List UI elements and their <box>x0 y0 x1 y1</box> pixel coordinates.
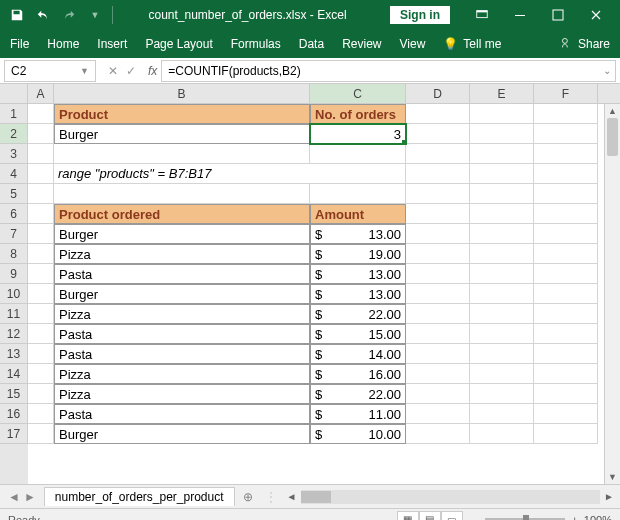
cell-amount[interactable]: $13.00 <box>310 284 406 304</box>
cell[interactable] <box>310 144 406 164</box>
cell[interactable] <box>534 144 598 164</box>
cell[interactable] <box>406 184 470 204</box>
cell[interactable] <box>534 204 598 224</box>
tab-view[interactable]: View <box>400 37 426 51</box>
cell-product[interactable]: Pizza <box>54 244 310 264</box>
cells-area[interactable]: Product No. of orders Burger 3 <box>28 104 604 484</box>
cell[interactable] <box>406 204 470 224</box>
view-normal-button[interactable]: ▦ <box>397 511 419 521</box>
maximize-button[interactable] <box>540 1 576 29</box>
cell[interactable] <box>28 424 54 444</box>
cell[interactable] <box>534 424 598 444</box>
cell-amount[interactable]: $19.00 <box>310 244 406 264</box>
fx-button[interactable]: fx <box>144 64 161 78</box>
zoom-level[interactable]: 100% <box>584 514 612 521</box>
cell[interactable] <box>470 424 534 444</box>
cell-product[interactable]: Pasta <box>54 404 310 424</box>
close-button[interactable] <box>578 1 614 29</box>
cell[interactable] <box>406 104 470 124</box>
tab-review[interactable]: Review <box>342 37 381 51</box>
cell[interactable] <box>28 304 54 324</box>
formula-input[interactable]: =COUNTIF(products,B2) ⌄ <box>161 60 616 82</box>
scroll-up-icon[interactable]: ▲ <box>605 104 620 118</box>
cell[interactable] <box>406 364 470 384</box>
sheet-nav-prev[interactable]: ◄ <box>8 490 20 504</box>
cell-amount[interactable]: $22.00 <box>310 384 406 404</box>
row-header[interactable]: 3 <box>0 144 28 164</box>
cell[interactable] <box>534 404 598 424</box>
vertical-scrollbar[interactable]: ▲ ▼ <box>604 104 620 484</box>
cell[interactable] <box>470 304 534 324</box>
cell[interactable] <box>28 244 54 264</box>
row-header[interactable]: 11 <box>0 304 28 324</box>
cell[interactable] <box>28 144 54 164</box>
enter-formula-button[interactable]: ✓ <box>126 64 136 78</box>
hscroll-thumb[interactable] <box>301 491 331 503</box>
cell[interactable] <box>470 144 534 164</box>
cell[interactable] <box>310 164 406 184</box>
cell-product[interactable]: Pizza <box>54 364 310 384</box>
cell[interactable] <box>406 424 470 444</box>
cell[interactable] <box>28 284 54 304</box>
cell[interactable] <box>406 344 470 364</box>
cell[interactable] <box>406 384 470 404</box>
cell[interactable] <box>406 324 470 344</box>
cell-amount[interactable]: $22.00 <box>310 304 406 324</box>
cell[interactable] <box>28 384 54 404</box>
cell[interactable] <box>406 264 470 284</box>
cell[interactable] <box>406 164 470 184</box>
cell[interactable] <box>28 324 54 344</box>
cell[interactable] <box>28 364 54 384</box>
tab-formulas[interactable]: Formulas <box>231 37 281 51</box>
cell[interactable] <box>534 104 598 124</box>
cell-product-value[interactable]: Burger <box>54 124 310 144</box>
cell[interactable] <box>28 104 54 124</box>
cell[interactable] <box>470 184 534 204</box>
cell[interactable] <box>470 124 534 144</box>
cell[interactable] <box>406 244 470 264</box>
cell[interactable] <box>406 404 470 424</box>
tell-me[interactable]: 💡 Tell me <box>443 37 501 51</box>
cell-product[interactable]: Pizza <box>54 384 310 404</box>
cell-amount[interactable]: $13.00 <box>310 264 406 284</box>
cell[interactable] <box>28 164 54 184</box>
cell[interactable] <box>470 284 534 304</box>
scroll-left-icon[interactable]: ◄ <box>285 491 299 502</box>
row-header[interactable]: 4 <box>0 164 28 184</box>
redo-button[interactable] <box>58 4 80 26</box>
cell[interactable] <box>534 344 598 364</box>
cell-product[interactable]: Pizza <box>54 304 310 324</box>
cell[interactable] <box>470 104 534 124</box>
cell[interactable] <box>534 324 598 344</box>
cell[interactable] <box>28 344 54 364</box>
hscroll-track[interactable] <box>301 490 600 504</box>
row-header[interactable]: 13 <box>0 344 28 364</box>
row-header[interactable]: 14 <box>0 364 28 384</box>
cell[interactable] <box>28 204 54 224</box>
cell-note[interactable]: range "products" = B7:B17 <box>54 164 310 184</box>
cell-product[interactable]: Pasta <box>54 264 310 284</box>
row-header[interactable]: 2 <box>0 124 28 144</box>
cell[interactable] <box>534 364 598 384</box>
cell[interactable] <box>470 404 534 424</box>
cell-header-product[interactable]: Product <box>54 104 310 124</box>
cell[interactable] <box>28 264 54 284</box>
cell[interactable] <box>534 384 598 404</box>
cell[interactable] <box>470 364 534 384</box>
cell[interactable] <box>406 284 470 304</box>
row-header[interactable]: 7 <box>0 224 28 244</box>
row-header[interactable]: 5 <box>0 184 28 204</box>
cell-amount[interactable]: $14.00 <box>310 344 406 364</box>
cell[interactable] <box>470 384 534 404</box>
row-header[interactable]: 6 <box>0 204 28 224</box>
expand-formula-icon[interactable]: ⌄ <box>603 65 611 76</box>
tab-home[interactable]: Home <box>47 37 79 51</box>
minimize-button[interactable] <box>502 1 538 29</box>
scrollbar-thumb[interactable] <box>607 118 618 156</box>
cell[interactable] <box>534 284 598 304</box>
cell[interactable] <box>470 264 534 284</box>
cell[interactable] <box>28 224 54 244</box>
cancel-formula-button[interactable]: ✕ <box>108 64 118 78</box>
select-all-corner[interactable] <box>0 84 28 104</box>
share-button[interactable]: Share <box>560 36 610 52</box>
